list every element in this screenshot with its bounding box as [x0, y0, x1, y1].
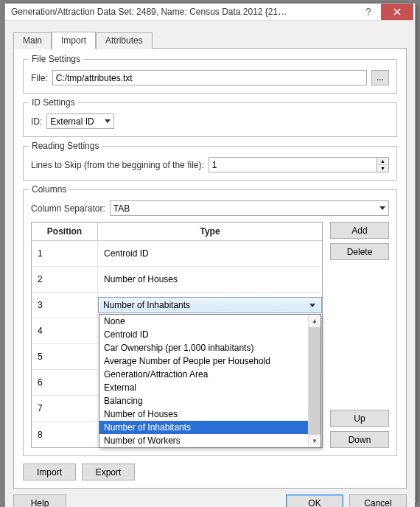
legend-id-settings: ID Settings: [29, 97, 78, 108]
group-file-settings: File Settings File: ...: [23, 59, 397, 94]
dropdown-scrollbar[interactable]: ▲ ▼: [308, 315, 321, 447]
close-button[interactable]: [381, 4, 413, 20]
dropdown-option[interactable]: External: [99, 381, 308, 394]
table-row[interactable]: 3 Number of Inhabitants None Centroid ID: [32, 293, 322, 318]
group-reading-settings: Reading Settings Lines to Skip (from the…: [23, 146, 397, 181]
file-path-input[interactable]: [52, 70, 367, 85]
group-columns: Columns Column Separator: TAB Position T…: [23, 189, 397, 456]
legend-reading-settings: Reading Settings: [29, 141, 102, 151]
table-row[interactable]: 1 Centroid ID: [32, 241, 322, 267]
column-separator-select[interactable]: TAB: [110, 200, 389, 216]
cell-position: 5: [32, 344, 98, 369]
scroll-up-icon[interactable]: ▲: [309, 315, 321, 327]
up-button[interactable]: Up: [330, 410, 389, 427]
id-select[interactable]: External ID: [46, 113, 114, 129]
legend-columns: Columns: [29, 184, 69, 195]
dropdown-option[interactable]: Balancing: [99, 394, 308, 408]
dialog-footer: Help OK Cancel: [13, 489, 407, 507]
tab-import[interactable]: Import: [52, 32, 96, 49]
window-title: Generation/Attraction Data Set: 2489, Na…: [5, 7, 356, 17]
group-id-settings: ID Settings ID: External ID: [23, 102, 397, 137]
chevron-down-icon: [105, 119, 111, 123]
dialog-window: Generation/Attraction Data Set: 2489, Na…: [4, 3, 416, 503]
cancel-button[interactable]: Cancel: [349, 494, 407, 507]
label-id: ID:: [31, 116, 42, 127]
tabpage-import: File Settings File: ... ID Settings ID: …: [13, 48, 407, 489]
help-titlebar-button[interactable]: ?: [356, 4, 381, 20]
dropdown-option-selected[interactable]: Number of Inhabitants: [99, 421, 308, 434]
spin-down-icon[interactable]: ▼: [377, 165, 388, 172]
cell-position: 2: [32, 267, 98, 292]
type-combobox-open[interactable]: Number of Inhabitants None Centroid ID C…: [98, 297, 322, 313]
grid-body: 1 Centroid ID 2 Number of Houses 3: [32, 241, 322, 447]
tab-attributes[interactable]: Attributes: [96, 32, 153, 49]
dropdown-option[interactable]: Number of Houses: [99, 408, 308, 421]
id-select-value: External ID: [50, 116, 94, 127]
label-file: File:: [31, 73, 48, 83]
scroll-thumb[interactable]: [309, 327, 321, 435]
lines-skip-spinner[interactable]: ▲ ▼: [377, 157, 389, 172]
dropdown-option[interactable]: Centroid ID: [99, 328, 308, 341]
export-button[interactable]: Export: [82, 464, 135, 480]
type-dropdown: None Centroid ID Car Ownership (per 1,00…: [99, 314, 321, 448]
spin-up-icon[interactable]: ▲: [377, 158, 388, 165]
label-column-separator: Column Separator:: [31, 203, 105, 214]
label-lines-skip: Lines to Skip (from the beggining of the…: [31, 160, 204, 170]
chevron-down-icon: [309, 304, 315, 307]
cell-position: 1: [32, 241, 98, 266]
dropdown-option[interactable]: Average Number of People per Household: [99, 354, 308, 368]
delete-button[interactable]: Delete: [330, 243, 389, 260]
ok-button[interactable]: OK: [286, 494, 343, 507]
header-position: Position: [32, 223, 98, 240]
cell-type[interactable]: Centroid ID: [98, 241, 322, 266]
titlebar: Generation/Attraction Data Set: 2489, Na…: [5, 4, 415, 21]
cell-position: 7: [32, 396, 98, 421]
dropdown-option[interactable]: Generation/Attraction Area: [99, 368, 308, 381]
add-button[interactable]: Add: [330, 222, 389, 239]
table-row[interactable]: 2 Number of Houses: [32, 267, 322, 293]
columns-grid[interactable]: Position Type 1 Centroid ID 2 Number of …: [31, 222, 323, 448]
type-combobox-value: Number of Inhabitants: [103, 300, 190, 310]
scroll-down-icon[interactable]: ▼: [309, 435, 321, 447]
dropdown-option[interactable]: Car Ownership (per 1,000 inhabitants): [99, 341, 308, 354]
grid-header: Position Type: [32, 223, 322, 241]
tab-main[interactable]: Main: [13, 32, 52, 49]
column-separator-value: TAB: [113, 203, 130, 214]
help-button[interactable]: Help: [13, 494, 66, 507]
legend-file-settings: File Settings: [29, 54, 83, 64]
cell-position: 3: [32, 293, 98, 318]
dropdown-option[interactable]: None: [99, 315, 308, 328]
browse-button[interactable]: ...: [371, 70, 389, 85]
client-area: Main Import Attributes File Settings Fil…: [5, 21, 415, 507]
chevron-down-icon: [379, 206, 385, 210]
columns-side-buttons: Add Delete Up Down: [330, 222, 389, 448]
cell-position: 6: [32, 370, 98, 395]
cell-type[interactable]: Number of Inhabitants None Centroid ID C…: [98, 293, 322, 318]
tab-strip: Main Import Attributes: [13, 32, 407, 49]
lines-skip-input[interactable]: [209, 157, 377, 172]
close-icon: [393, 8, 401, 15]
cell-position: 8: [32, 422, 98, 447]
header-type: Type: [98, 223, 322, 240]
dropdown-option[interactable]: Number of Workers: [99, 434, 308, 447]
cell-position: 4: [32, 318, 98, 343]
cell-type[interactable]: Number of Houses: [98, 267, 322, 292]
import-button[interactable]: Import: [23, 464, 76, 480]
down-button[interactable]: Down: [330, 431, 389, 448]
